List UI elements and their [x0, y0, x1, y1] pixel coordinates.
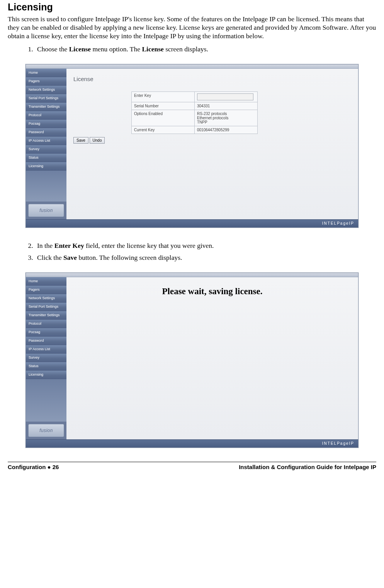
sidebar-item-network-settings[interactable]: Network Settings [26, 294, 66, 303]
sidebar-item-protocol[interactable]: Protocol [26, 320, 66, 328]
step-1: Choose the License menu option. The Lice… [35, 45, 376, 53]
license-table: Enter Key Serial Number 304331 Options E… [131, 92, 258, 134]
window-titlebar [26, 273, 358, 277]
sidebar-item-transmitter-settings[interactable]: Transmitter Settings [26, 103, 66, 111]
options-value: RS-232 protocols Ethernet protocols TNPP [195, 110, 258, 126]
sidebar-item-network-settings[interactable]: Network Settings [26, 86, 66, 94]
sidebar-item-password[interactable]: Password [26, 128, 66, 137]
sidebar-item-status[interactable]: Status [26, 154, 66, 162]
current-key-label: Current Key [132, 126, 195, 134]
row-enter-key: Enter Key [132, 92, 258, 102]
sidebar-item-pagers[interactable]: Pagers [26, 286, 66, 294]
sidebar-item-password[interactable]: Password [26, 337, 66, 345]
sidebar-item-serial-port-settings[interactable]: Serial Port Settings [26, 303, 66, 311]
footer-left: Configuration ● 26 [8, 464, 59, 470]
page-footer: Configuration ● 26 Installation & Config… [8, 464, 376, 474]
sidebar-filler [26, 379, 66, 422]
step-list-cont: In the Enter Key field, enter the licens… [8, 242, 376, 262]
fusion-logo: fusion [28, 204, 64, 217]
content-area: Please wait, saving license. [66, 277, 358, 439]
sidebar-item-pocsag[interactable]: Pocsag [26, 328, 66, 337]
sidebar-item-pocsag[interactable]: Pocsag [26, 120, 66, 128]
undo-button[interactable]: Undo [90, 137, 105, 144]
step-2: In the Enter Key field, enter the licens… [35, 242, 376, 250]
row-serial-number: Serial Number 304331 [132, 102, 258, 110]
serial-value: 304331 [195, 102, 258, 110]
row-options-enabled: Options Enabled RS-232 protocols Etherne… [132, 110, 258, 126]
sidebar-item-ip-access-list[interactable]: IP Access List [26, 345, 66, 354]
sidebar-item-licensing[interactable]: Licensing [26, 162, 66, 171]
step-3: Click the Save button. The following scr… [35, 254, 376, 262]
intro-paragraph: This screen is used to configure Intelpa… [8, 15, 376, 41]
save-button[interactable]: Save [73, 137, 88, 144]
sidebar-item-protocol[interactable]: Protocol [26, 111, 66, 120]
section-heading: Licensing [8, 2, 376, 13]
sidebar-item-licensing[interactable]: Licensing [26, 371, 66, 379]
sidebar-item-ip-access-list[interactable]: IP Access List [26, 137, 66, 145]
content-area: License Enter Key Serial Number 304331 O… [66, 69, 358, 219]
sidebar-item-serial-port-settings[interactable]: Serial Port Settings [26, 94, 66, 103]
sidebar-item-home[interactable]: Home [26, 69, 66, 77]
sidebar-item-pagers[interactable]: Pagers [26, 77, 66, 86]
sidebar-item-survey[interactable]: Survey [26, 145, 66, 154]
sidebar-item-status[interactable]: Status [26, 362, 66, 371]
page-title: License [73, 76, 351, 82]
enter-key-label: Enter Key [132, 92, 195, 102]
sidebar-item-transmitter-settings[interactable]: Transmitter Settings [26, 311, 66, 320]
serial-label: Serial Number [132, 102, 195, 110]
fusion-logo: fusion [28, 424, 64, 437]
window-titlebar [26, 64, 358, 69]
enter-key-input[interactable] [197, 93, 253, 100]
license-screen-figure: Home Pagers Network Settings Serial Port… [25, 64, 359, 228]
sidebar-filler [26, 171, 66, 202]
current-key-value: 001064472805299 [195, 126, 258, 134]
options-label: Options Enabled [132, 110, 195, 126]
footer-divider [8, 462, 376, 462]
sidebar-item-home[interactable]: Home [26, 277, 66, 286]
row-current-key: Current Key 001064472805299 [132, 126, 258, 134]
please-wait-message: Please wait, saving license. [73, 286, 351, 297]
footer-brand: INTELPageIP [26, 439, 358, 447]
saving-screen-figure: Home Pagers Network Settings Serial Port… [25, 273, 359, 448]
sidebar-nav: Home Pagers Network Settings Serial Port… [26, 277, 66, 439]
sidebar-nav: Home Pagers Network Settings Serial Port… [26, 69, 66, 219]
footer-brand: INTELPageIP [26, 219, 358, 227]
step-list: Choose the License menu option. The Lice… [8, 45, 376, 53]
sidebar-item-survey[interactable]: Survey [26, 354, 66, 362]
footer-right: Installation & Configuration Guide for I… [239, 464, 376, 470]
